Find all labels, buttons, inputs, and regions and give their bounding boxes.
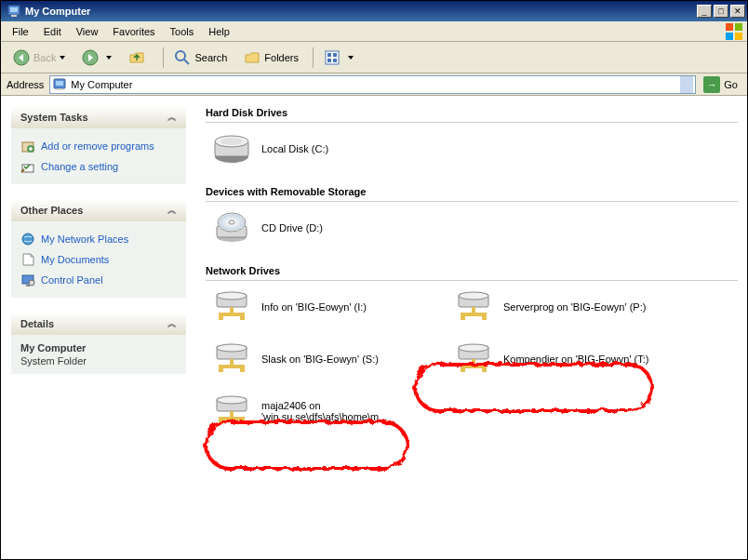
address-value: My Computer	[71, 79, 680, 90]
menu-tools[interactable]: Tools	[163, 23, 202, 40]
separator	[163, 47, 164, 68]
menu-edit[interactable]: Edit	[36, 23, 69, 40]
search-icon	[174, 49, 191, 66]
mycomputer-icon	[7, 4, 21, 19]
network-places-link[interactable]: My Network Places	[20, 229, 177, 249]
link-label: My Documents	[41, 254, 109, 265]
up-button[interactable]	[122, 46, 155, 70]
address-bar: Address My Computer → Go	[1, 73, 747, 96]
maximize-button[interactable]: □	[714, 5, 728, 18]
dropdown-icon	[348, 56, 354, 60]
other-places-panel: Other Places ︽ My Network Places My Docu…	[10, 198, 187, 299]
collapse-icon: ︽	[167, 317, 177, 330]
my-documents-link[interactable]: My Documents	[20, 249, 177, 270]
my-documents-icon	[20, 252, 35, 267]
toolbar: Back Search Folders	[1, 42, 747, 73]
drive-kompendier-t[interactable]: Kompendier on 'BIG-Eowyn' (T:)	[447, 342, 689, 376]
details-body: My Computer System Folder	[11, 335, 186, 374]
menu-favorites[interactable]: Favorites	[105, 23, 162, 40]
drive-local-disk-c[interactable]: Local Disk (C:)	[206, 132, 738, 166]
drive-serverprog-p[interactable]: Serverprog on 'BIG-Eowyn' (P:)	[447, 290, 689, 324]
details-panel: Details ︽ My Computer System Folder	[10, 312, 187, 375]
add-remove-programs-link[interactable]: Add or remove programs	[20, 136, 177, 156]
window: My Computer _ □ ✕ File Edit View Favorit…	[0, 0, 748, 560]
network-drive-icon	[213, 394, 250, 428]
drive-cd-d[interactable]: CD Drive (D:)	[206, 211, 738, 245]
drive-label: Kompendier on 'BIG-Eowyn' (T:)	[503, 353, 652, 365]
control-panel-icon	[20, 273, 35, 287]
drive-label: Local Disk (C:)	[261, 143, 328, 154]
network-drive-icon	[455, 342, 492, 376]
address-input[interactable]: My Computer	[49, 75, 696, 94]
collapse-icon: ︽	[167, 204, 177, 217]
hdd-section-title: Hard Disk Drives	[206, 101, 738, 123]
drive-maja2406[interactable]: maja2406 on 'win.su.se\dfs\afs\home\m...	[206, 394, 447, 428]
windows-logo-icon	[725, 22, 743, 41]
sidebar: System Tasks ︽ Add or remove programs Ch…	[1, 96, 196, 559]
drive-label: CD Drive (D:)	[261, 222, 323, 233]
other-places-body: My Network Places My Documents Control P…	[11, 221, 186, 298]
panel-title: Other Places	[20, 205, 83, 216]
search-label: Search	[194, 52, 227, 63]
other-places-header[interactable]: Other Places ︽	[11, 199, 186, 221]
search-button[interactable]: Search	[167, 46, 234, 70]
drive-label: Info on 'BIG-Eowyn' (I:)	[261, 301, 410, 313]
network-drives-grid: Info on 'BIG-Eowyn' (I:) Serverprog on '…	[206, 290, 738, 447]
cd-drive-icon	[213, 211, 250, 245]
address-dropdown[interactable]	[680, 76, 693, 93]
back-button[interactable]: Back	[7, 46, 72, 70]
panel-title: Details	[20, 318, 54, 329]
drive-info-i[interactable]: Info on 'BIG-Eowyn' (I:)	[206, 290, 447, 324]
views-button[interactable]	[317, 46, 360, 70]
close-button[interactable]: ✕	[730, 5, 745, 18]
removable-section-title: Devices with Removable Storage	[206, 180, 738, 202]
drive-slask-s[interactable]: Slask on 'BIG-Eowyn' (S:)	[206, 342, 447, 376]
link-label: My Network Places	[41, 233, 128, 245]
up-folder-icon	[128, 49, 145, 66]
main-pane: Hard Disk Drives Local Disk (C:) Devices…	[196, 96, 747, 559]
details-name: My Computer	[20, 342, 177, 353]
menu-bar: File Edit View Favorites Tools Help	[1, 21, 747, 42]
window-title: My Computer	[25, 6, 695, 17]
go-button[interactable]: → Go	[700, 74, 741, 95]
system-tasks-body: Add or remove programs Change a setting	[11, 128, 186, 184]
title-bar: My Computer _ □ ✕	[1, 1, 747, 21]
network-places-icon	[20, 232, 35, 247]
change-setting-link[interactable]: Change a setting	[20, 156, 177, 177]
system-tasks-header[interactable]: System Tasks ︽	[11, 106, 186, 128]
drive-label: Slask on 'BIG-Eowyn' (S:)	[261, 353, 410, 365]
link-label: Control Panel	[41, 274, 103, 286]
panel-title: System Tasks	[20, 112, 88, 123]
network-drive-icon	[213, 290, 250, 324]
collapse-icon: ︽	[167, 111, 177, 124]
separator	[313, 47, 314, 68]
views-icon	[324, 49, 341, 66]
network-drive-icon	[213, 342, 250, 376]
details-header[interactable]: Details ︽	[11, 313, 186, 335]
network-section-title: Network Drives	[206, 260, 738, 281]
dropdown-icon	[106, 56, 112, 60]
dropdown-icon	[60, 56, 65, 60]
link-label: Change a setting	[41, 161, 118, 172]
system-tasks-panel: System Tasks ︽ Add or remove programs Ch…	[10, 105, 187, 185]
go-label: Go	[724, 79, 738, 90]
setting-icon	[20, 159, 35, 174]
drive-label: Serverprog on 'BIG-Eowyn' (P:)	[503, 301, 652, 313]
hard-disk-icon	[213, 132, 250, 166]
minimize-button[interactable]: _	[697, 5, 712, 18]
menu-view[interactable]: View	[69, 23, 106, 40]
addremove-icon	[20, 139, 35, 153]
address-label: Address	[7, 79, 44, 90]
content-area: System Tasks ︽ Add or remove programs Ch…	[1, 96, 747, 559]
menu-help[interactable]: Help	[201, 23, 237, 40]
forward-arrow-icon	[82, 49, 99, 66]
folders-label: Folders	[264, 52, 299, 63]
control-panel-link[interactable]: Control Panel	[20, 270, 177, 290]
forward-button[interactable]	[75, 46, 118, 70]
go-arrow-icon: →	[703, 76, 720, 93]
back-label: Back	[33, 52, 56, 63]
folders-button[interactable]: Folders	[237, 46, 305, 70]
menu-file[interactable]: File	[5, 23, 36, 40]
folders-icon	[244, 49, 260, 66]
network-drive-icon	[455, 290, 492, 324]
